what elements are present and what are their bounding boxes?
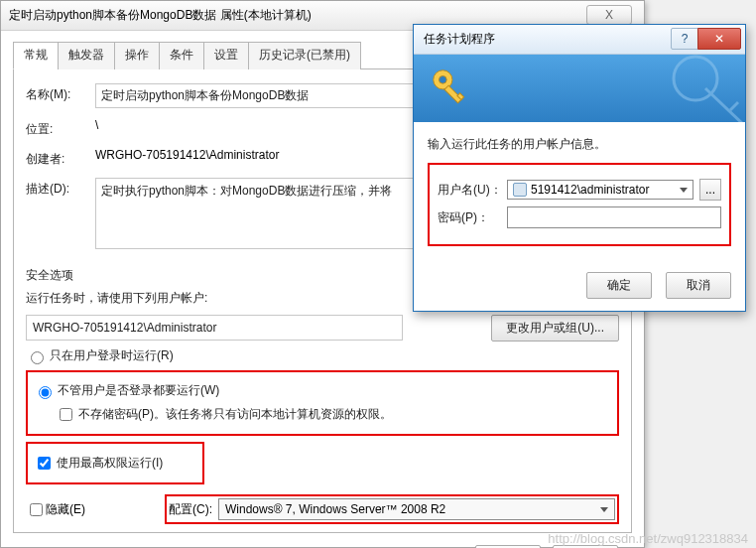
tab-conditions[interactable]: 条件 xyxy=(159,42,204,69)
browse-user-button[interactable]: ... xyxy=(699,179,721,201)
radio-only-logged-on-input[interactable] xyxy=(31,351,44,364)
svg-point-1 xyxy=(440,76,447,84)
cred-titlebar[interactable]: 任务计划程序 ? ✕ xyxy=(414,25,745,55)
name-label: 名称(M): xyxy=(26,83,95,103)
credentials-dialog: 任务计划程序 ? ✕ 输入运行此任务的用户帐户信息。 用户名(U)： 51914… xyxy=(413,24,746,312)
radio-run-whether-input[interactable] xyxy=(39,386,52,399)
cred-title-text: 任务计划程序 xyxy=(424,31,495,48)
checkbox-no-store-password-input[interactable] xyxy=(60,408,72,421)
cred-ok-button[interactable]: 确定 xyxy=(586,272,652,299)
checkbox-hidden[interactable]: 隐藏(E) xyxy=(26,500,165,519)
checkbox-highest-priv-label: 使用最高权限运行(I) xyxy=(57,455,163,472)
highlight-cred-fields: 用户名(U)： 5191412\administrator ... 密码(P)： xyxy=(428,163,731,246)
close-icon[interactable]: ✕ xyxy=(697,28,741,50)
chevron-down-icon xyxy=(680,188,688,193)
checkbox-no-store-password-label: 不存储密码(P)。该任务将只有访问本地计算机资源的权限。 xyxy=(78,406,392,423)
help-icon[interactable]: ? xyxy=(671,28,698,50)
tab-actions[interactable]: 操作 xyxy=(114,42,160,69)
banner-decoration xyxy=(636,55,745,122)
checkbox-hidden-input[interactable] xyxy=(30,503,43,516)
chevron-down-icon xyxy=(600,507,608,512)
checkbox-hidden-label: 隐藏(E) xyxy=(46,501,85,518)
checkbox-highest-priv-input[interactable] xyxy=(38,457,51,470)
radio-only-logged-on[interactable]: 只在用户登录时运行(R) xyxy=(26,347,619,364)
tab-history[interactable]: 历史记录(已禁用) xyxy=(248,42,361,69)
tab-triggers[interactable]: 触发器 xyxy=(58,42,115,69)
security-options: 运行任务时，请使用下列用户帐户: WRGHO-705191412\Adminis… xyxy=(26,290,619,524)
checkbox-no-store-password[interactable]: 不存储密码(P)。该任务将只有访问本地计算机资源的权限。 xyxy=(56,405,611,424)
radio-run-whether[interactable]: 不管用户是否登录都要运行(W) xyxy=(34,382,611,399)
description-label: 描述(D): xyxy=(26,178,95,198)
username-select[interactable]: 5191412\administrator xyxy=(507,180,693,200)
author-label: 创建者: xyxy=(26,148,95,168)
configure-for-label: 配置(C): xyxy=(169,501,212,518)
key-icon xyxy=(428,65,473,113)
highlight-highest-priv: 使用最高权限运行(I) xyxy=(26,442,204,484)
password-input[interactable] xyxy=(507,206,721,228)
change-user-button[interactable]: 更改用户或组(U)... xyxy=(491,315,619,342)
highlight-run-whether: 不管用户是否登录都要运行(W) 不存储密码(P)。该任务将只有访问本地计算机资源… xyxy=(26,370,619,436)
close-icon[interactable]: X xyxy=(586,5,632,25)
cred-banner xyxy=(414,55,745,122)
window-title-text: 定时启动python脚本备份MongoDB数据 属性(本地计算机) xyxy=(9,7,312,24)
user-avatar-icon xyxy=(513,183,527,197)
run-as-user: WRGHO-705191412\Administrator xyxy=(26,315,403,341)
watermark-text: http://blog.csdn.net/zwq912318834 xyxy=(548,531,748,546)
username-value: 5191412\administrator xyxy=(531,183,649,197)
configure-for-select[interactable]: Windows® 7, Windows Server™ 2008 R2 xyxy=(218,498,615,520)
tab-general[interactable]: 常规 xyxy=(13,42,59,69)
radio-only-logged-on-label: 只在用户登录时运行(R) xyxy=(50,347,174,364)
location-label: 位置: xyxy=(26,118,95,138)
username-label: 用户名(U)： xyxy=(438,182,507,199)
password-label: 密码(P)： xyxy=(438,209,507,226)
checkbox-highest-priv[interactable]: 使用最高权限运行(I) xyxy=(34,454,196,473)
configure-for-value: Windows® 7, Windows Server™ 2008 R2 xyxy=(225,502,445,516)
tab-settings[interactable]: 设置 xyxy=(203,42,249,69)
cred-cancel-button[interactable]: 取消 xyxy=(666,272,731,299)
cred-prompt: 输入运行此任务的用户帐户信息。 xyxy=(428,136,731,153)
radio-run-whether-label: 不管用户是否登录都要运行(W) xyxy=(58,382,219,399)
